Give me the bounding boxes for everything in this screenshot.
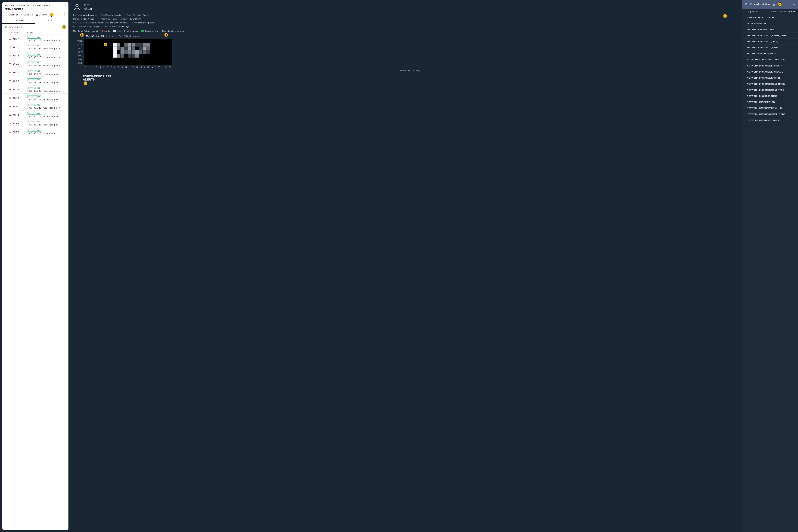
filter-item[interactable]: ›NETWORK.HTTP.USER_AGENT — [742, 117, 798, 124]
heatmap-cell[interactable] — [91, 61, 95, 65]
heatmap-cell[interactable] — [131, 39, 135, 43]
heatmap-cell[interactable] — [102, 39, 106, 43]
heatmap-cell[interactable] — [157, 61, 161, 65]
heatmap-cell[interactable] — [139, 54, 142, 58]
heatmap-cell[interactable] — [95, 54, 98, 58]
reset-time-link[interactable]: Reset to reference time — [162, 30, 184, 32]
heatmap-cell[interactable] — [91, 39, 95, 43]
heatmap-cell[interactable] — [88, 58, 91, 61]
heatmap-cell[interactable] — [121, 39, 124, 43]
filter-show-all-link[interactable]: Show All — [778, 10, 786, 13]
heatmap-cell[interactable] — [113, 39, 117, 43]
table-row[interactable]: 08:04:42NETWORK_DNS10.0.30.228 requestin… — [2, 102, 69, 111]
heatmap-cell[interactable] — [117, 47, 120, 50]
heatmap-cell[interactable] — [143, 47, 146, 50]
heatmap-cell[interactable] — [109, 43, 113, 46]
heatmap-cell[interactable] — [168, 50, 172, 54]
filter-hide-all-link[interactable]: Hide All — [788, 10, 795, 13]
table-row[interactable]: 08:04:42NETWORK_DNS10.0.30.228 requestin… — [2, 111, 69, 119]
heatmap-cell[interactable] — [117, 58, 120, 61]
heatmap-cell[interactable] — [161, 54, 164, 58]
heatmap-cell[interactable] — [88, 50, 91, 54]
table-row[interactable]: 08:03:27NETWORK_DNS10.0.30.228 requestin… — [2, 77, 69, 85]
heatmap-cell[interactable] — [150, 61, 153, 65]
heatmap-cell[interactable] — [153, 50, 157, 54]
heatmap-cell[interactable] — [157, 50, 161, 54]
time-shift-dropdown[interactable]: X-Axis Time Shift: +0 Hours ▾ — [112, 35, 139, 37]
next-week-button[interactable]: › — [106, 34, 107, 38]
heatmap-cell[interactable] — [168, 47, 172, 50]
heatmap-cell[interactable] — [95, 61, 98, 65]
heatmap-cell[interactable] — [157, 39, 161, 43]
heatmap-cell[interactable] — [150, 39, 153, 43]
heatmap-cell[interactable] — [150, 50, 153, 54]
heatmap-cell[interactable] — [168, 43, 172, 46]
heatmap-cell[interactable] — [102, 61, 106, 65]
heatmap-cell[interactable] — [165, 43, 168, 46]
heatmap-cell[interactable] — [88, 39, 91, 43]
filter-item[interactable]: ›NETWORK.APPLICATION_PROTOCOL — [742, 57, 798, 63]
filter-item[interactable]: ›NETWORK.HTTP.REFERRAL_URL — [742, 105, 798, 111]
filter-item[interactable]: ›NETWORK.HTTP.METHOD — [742, 99, 798, 105]
table-row[interactable]: 08:01:37NETWORK_DNS10.0.30.228 requestin… — [2, 43, 69, 51]
heatmap-cell[interactable] — [150, 43, 153, 46]
heatmap-cell[interactable] — [131, 61, 135, 65]
heatmap-cell[interactable] — [84, 47, 87, 50]
heatmap-cell[interactable] — [95, 50, 98, 54]
heatmap-cell[interactable] — [109, 58, 113, 61]
heatmap-cell[interactable] — [106, 39, 109, 43]
heatmap-cell[interactable] — [98, 50, 102, 54]
heatmap-cell[interactable] — [139, 39, 142, 43]
heatmap-cell[interactable] — [109, 61, 113, 65]
heatmap-cell[interactable] — [168, 58, 172, 61]
heatmap-cell[interactable] — [98, 47, 102, 50]
heatmap-cell[interactable] — [91, 47, 95, 50]
heatmap-cell[interactable] — [153, 43, 157, 46]
heatmap-cell[interactable] — [161, 61, 164, 65]
heatmap-cell[interactable] — [131, 54, 135, 58]
heatmap-cell[interactable] — [124, 50, 128, 54]
heatmap-cell[interactable] — [121, 58, 124, 61]
heatmap-cell[interactable] — [153, 54, 157, 58]
filter-item[interactable]: ›NETWORK.HTTP.RESPONSE_CODE — [742, 111, 798, 117]
heatmap-cell[interactable] — [117, 43, 120, 46]
heatmap-cell[interactable] — [91, 43, 95, 46]
heatmap-cell[interactable] — [165, 54, 168, 58]
heatmap-cell[interactable] — [153, 58, 157, 61]
heatmap-cell[interactable] — [128, 61, 131, 65]
filter-item[interactable]: ›METADATA.PRODUCT_NAME — [742, 45, 798, 51]
heatmap-cell[interactable] — [98, 61, 102, 65]
heatmap-cell[interactable] — [88, 43, 91, 46]
heatmap-cell[interactable] — [150, 47, 153, 50]
filter-item[interactable]: ›NETWORK.DNS.RESPONSE — [742, 93, 798, 99]
heatmap-cell[interactable] — [102, 50, 106, 54]
heatmap-cell[interactable] — [139, 50, 142, 54]
heatmap-cell[interactable] — [121, 50, 124, 54]
activity-heatmap[interactable]: 5/30 S5/31 M6/1 T6/2 W6/3 T6/4 F6/5 S — [73, 39, 737, 65]
tab-assets[interactable]: ASSETS — [35, 18, 69, 24]
heatmap-cell[interactable] — [106, 58, 109, 61]
heatmap-cell[interactable] — [98, 43, 102, 46]
heatmap-cell[interactable] — [165, 58, 168, 61]
heatmap-cell[interactable] — [168, 61, 172, 65]
heatmap-cell[interactable] — [121, 43, 124, 46]
filter-item[interactable]: ›NETWORK.DNS.ANSWERS.TTL — [742, 75, 798, 81]
heatmap-cell[interactable] — [161, 39, 164, 43]
heatmap-cell[interactable] — [128, 47, 131, 50]
heatmap-cell[interactable] — [128, 50, 131, 54]
table-row[interactable]: 08:03:27NETWORK_DNS10.0.30.228 requestin… — [2, 68, 69, 77]
heatmap-cell[interactable] — [143, 61, 146, 65]
heatmap-cell[interactable] — [153, 61, 157, 65]
expand-all-button[interactable]: Expand all — [5, 13, 18, 16]
heatmap-cell[interactable] — [157, 54, 161, 58]
heatmap-cell[interactable] — [139, 43, 142, 46]
heatmap-cell[interactable] — [131, 50, 135, 54]
heatmap-cell[interactable] — [150, 54, 153, 58]
heatmap-cell[interactable] — [91, 58, 95, 61]
heatmap-cell[interactable] — [131, 58, 135, 61]
more-menu-button[interactable]: ⋮ — [63, 13, 66, 16]
filter-item[interactable]: ›METADATA.VENDOR_NAME — [742, 51, 798, 57]
heatmap-cell[interactable] — [135, 39, 139, 43]
heatmap-cell[interactable] — [139, 58, 142, 61]
heatmap-cell[interactable] — [143, 39, 146, 43]
